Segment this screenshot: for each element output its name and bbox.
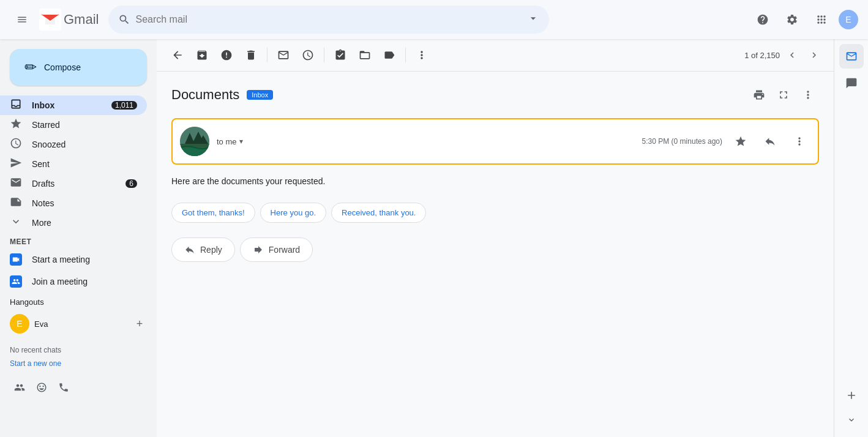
sidebar-item-sent[interactable]: Sent	[0, 154, 147, 174]
reply-button[interactable]: Reply	[171, 237, 235, 262]
add-task-button[interactable]	[329, 44, 351, 66]
snoozed-icon	[10, 137, 22, 152]
add-tab-button[interactable]	[839, 383, 864, 408]
subject-more-button[interactable]	[797, 84, 819, 106]
sidebar-item-snoozed[interactable]: Snoozed	[0, 135, 147, 154]
archive-button[interactable]	[191, 44, 213, 66]
sidebar-item-starred[interactable]: Starred	[0, 115, 147, 135]
print-button[interactable]	[748, 84, 770, 106]
reply-forward-row: Reply Forward	[171, 237, 819, 262]
smart-replies: Got them, thanks! Here you go. Received,…	[171, 203, 819, 223]
search-icon	[118, 13, 130, 26]
sender-avatar	[180, 127, 209, 156]
expand-button[interactable]	[773, 84, 795, 106]
hangouts-people-button[interactable]	[10, 378, 29, 397]
join-meeting-icon	[10, 275, 22, 288]
snooze-button[interactable]	[297, 44, 319, 66]
label-button[interactable]	[378, 44, 400, 66]
more-icon	[10, 215, 22, 231]
message-more-button[interactable]	[788, 130, 810, 152]
compose-plus-icon: ✏	[24, 59, 37, 76]
main-layout: ✏ Compose Inbox 1,011 Starred Snoozed	[0, 39, 868, 437]
drafts-label: Drafts	[32, 179, 116, 189]
gmail-tab-button[interactable]	[839, 44, 864, 69]
gmail-logo: Gmail	[39, 9, 99, 31]
email-subject-row: Documents Inbox	[171, 84, 819, 106]
notes-label: Notes	[32, 198, 137, 208]
hangouts-emoji-button[interactable]	[32, 378, 51, 397]
smart-reply-3[interactable]: Received, thank you.	[331, 203, 426, 223]
forward-button[interactable]: Forward	[240, 237, 313, 262]
sidebar-item-inbox[interactable]: Inbox 1,011	[0, 95, 147, 115]
back-button[interactable]	[166, 44, 189, 66]
eva-avatar: E	[10, 314, 29, 334]
join-meeting-label: Join a meeting	[32, 277, 88, 286]
drafts-icon	[10, 176, 22, 192]
hangouts-title: Hangouts	[10, 297, 147, 307]
forward-label: Forward	[269, 245, 300, 255]
sidebar-item-notes[interactable]: Notes	[0, 193, 147, 213]
start-new-chat-link[interactable]: Start a new one	[10, 359, 147, 368]
sent-label: Sent	[32, 159, 137, 169]
toolbar-right: 1 of 2,150	[744, 45, 824, 65]
inbox-label: Inbox	[32, 100, 102, 110]
hangouts-bottom-bar	[0, 373, 157, 402]
sender-name-row: to me ▾	[217, 137, 635, 146]
apps-button[interactable]	[809, 7, 834, 32]
star-message-button[interactable]	[730, 130, 752, 152]
search-bar[interactable]	[108, 6, 549, 34]
sidebar-item-drafts[interactable]: Drafts 6	[0, 174, 147, 193]
sidebar-item-more[interactable]: More	[0, 213, 147, 233]
snoozed-label: Snoozed	[32, 140, 137, 149]
toolbar-divider-2	[324, 48, 324, 62]
mark-unread-button[interactable]	[272, 44, 294, 66]
hangouts-phone-button[interactable]	[54, 378, 73, 397]
no-recent-chats: No recent chats	[10, 341, 147, 359]
search-expand-icon[interactable]	[527, 12, 539, 27]
inbox-badge: 1,011	[111, 101, 137, 110]
logo-text: Gmail	[64, 12, 99, 28]
hangouts-contact-eva[interactable]: E Eva +	[10, 312, 147, 336]
smart-reply-1[interactable]: Got them, thanks!	[171, 203, 255, 223]
eva-name: Eva	[34, 319, 48, 329]
sidebar-item-join-meeting[interactable]: Join a meeting	[0, 271, 157, 293]
prev-email-button[interactable]	[782, 45, 802, 65]
starred-label: Starred	[32, 120, 137, 130]
email-message-card: to me ▾ 5:30 PM (0 minutes ago)	[171, 118, 819, 165]
topbar: Gmail E	[0, 0, 868, 39]
search-input[interactable]	[135, 14, 522, 25]
email-panel: 1 of 2,150 Documents Inbox	[157, 39, 834, 437]
right-panel-bottom	[839, 383, 864, 432]
user-avatar[interactable]: E	[839, 10, 858, 29]
settings-button[interactable]	[780, 7, 804, 32]
report-button[interactable]	[215, 44, 238, 66]
sidebar-item-start-meeting[interactable]: Start a meeting	[0, 248, 157, 271]
email-body: Here are the documents your requested.	[171, 174, 819, 188]
compose-button[interactable]: ✏ Compose	[10, 49, 147, 86]
help-button[interactable]	[750, 7, 775, 32]
hangouts-section: Hangouts E Eva + No recent chats Start a…	[0, 293, 157, 373]
chat-tab-button[interactable]	[839, 71, 864, 95]
toolbar-more-button[interactable]	[411, 44, 433, 66]
inbox-badge: Inbox	[247, 90, 273, 100]
next-email-button[interactable]	[804, 45, 824, 65]
delete-button[interactable]	[240, 44, 262, 66]
sender-info: to me ▾	[217, 137, 635, 146]
reply-label: Reply	[200, 245, 222, 255]
smart-reply-2[interactable]: Here you go.	[260, 203, 326, 223]
sender-to: to me	[217, 137, 237, 146]
menu-button[interactable]	[10, 7, 34, 32]
email-toolbar: 1 of 2,150	[157, 39, 834, 72]
sidebar: ✏ Compose Inbox 1,011 Starred Snoozed	[0, 39, 157, 437]
email-subject: Documents	[171, 87, 239, 103]
right-panel	[834, 39, 868, 437]
reply-message-button[interactable]	[759, 130, 781, 152]
add-contact-button[interactable]: +	[132, 316, 147, 331]
move-button[interactable]	[354, 44, 376, 66]
email-top-actions	[748, 84, 819, 106]
expand-right-panel-button[interactable]	[839, 408, 864, 432]
compose-label: Compose	[44, 62, 81, 72]
content-area: 1 of 2,150 Documents Inbox	[157, 39, 868, 437]
more-label: More	[32, 218, 137, 228]
sender-dropdown[interactable]: ▾	[239, 137, 243, 146]
